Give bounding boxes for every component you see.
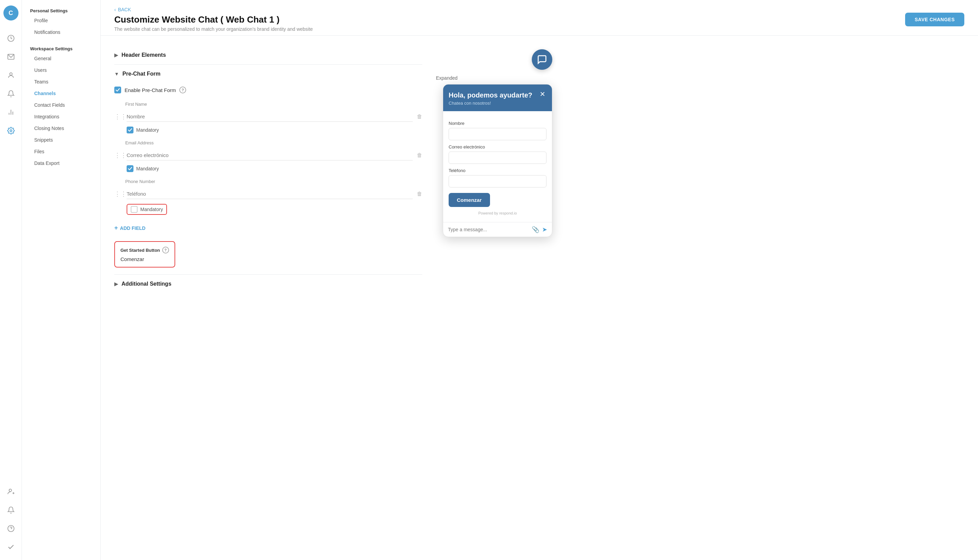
enable-checkbox[interactable]: [114, 87, 121, 93]
drag-handle-email-icon[interactable]: ⋮⋮: [114, 152, 122, 159]
first-name-input-wrap: [127, 112, 413, 122]
nav-icon-dashboard[interactable]: [3, 31, 18, 46]
plus-icon: +: [114, 224, 118, 232]
sidebar-item-profile[interactable]: Profile: [22, 15, 100, 26]
chat-widget: Hola, podemos ayudarte? Chatea con nosot…: [443, 84, 552, 237]
page-title: Customize Website Chat ( Web Chat 1 ): [114, 14, 313, 25]
sidebar-item-notifications[interactable]: Notifications: [22, 26, 100, 38]
pre-chat-form-label: Pre-Chat Form: [122, 71, 160, 77]
sidebar-item-channels[interactable]: Channels: [22, 88, 100, 99]
pre-chat-form-toggle[interactable]: ▼ Pre-Chat Form: [114, 65, 422, 83]
personal-settings-heading: Personal Settings: [22, 5, 100, 15]
nav-icon-check[interactable]: [3, 540, 18, 555]
first-name-mandatory-row: Mandatory: [114, 127, 422, 133]
first-name-field-row: ⋮⋮ 🗑: [114, 109, 422, 125]
save-changes-button[interactable]: SAVE CHANGES: [905, 13, 964, 26]
nav-icon-column: C: [0, 0, 22, 560]
nav-icon-contacts[interactable]: [3, 68, 18, 83]
nav-icon-settings[interactable]: [3, 123, 18, 138]
expanded-label: Expanded: [436, 75, 457, 81]
nav-icon-notifications[interactable]: [3, 86, 18, 101]
enable-help-icon[interactable]: ?: [179, 87, 186, 93]
sidebar-item-teams[interactable]: Teams: [22, 76, 100, 88]
back-label[interactable]: BACK: [118, 7, 131, 12]
add-field-button[interactable]: + ADD FIELD: [114, 222, 422, 234]
sidebar-text-column: Personal Settings Profile Notifications …: [22, 0, 100, 560]
nav-icon-inbox[interactable]: [3, 49, 18, 64]
phone-field-group: Phone Number ⋮⋮ 🗑 Mandatory: [114, 179, 422, 215]
get-started-section: Get Started Button ? Comenzar: [114, 241, 175, 268]
svg-point-7: [9, 489, 11, 492]
header-elements-section: ▶ Header Elements: [114, 46, 422, 65]
nav-icon-help[interactable]: [3, 521, 18, 536]
chat-message-input[interactable]: [448, 227, 529, 232]
nav-icon-analytics[interactable]: [3, 105, 18, 120]
chevron-down-icon: ▼: [114, 71, 119, 77]
chat-bubble-button[interactable]: [532, 49, 552, 70]
avatar: C: [3, 5, 18, 20]
workspace-settings-heading: Workspace Settings: [22, 43, 100, 53]
additional-settings-toggle[interactable]: ▶ Additional Settings: [114, 275, 422, 293]
sidebar-item-general[interactable]: General: [22, 53, 100, 64]
back-link[interactable]: ‹ BACK: [114, 7, 313, 12]
email-delete-icon[interactable]: 🗑: [417, 152, 422, 158]
drag-handle-phone-icon[interactable]: ⋮⋮: [114, 190, 122, 198]
first-name-input[interactable]: [127, 112, 413, 122]
sidebar-item-files[interactable]: Files: [22, 146, 100, 157]
chat-start-button[interactable]: Comenzar: [449, 193, 490, 207]
phone-delete-icon[interactable]: 🗑: [417, 191, 422, 197]
add-field-label[interactable]: ADD FIELD: [120, 225, 146, 231]
additional-settings-section: ▶ Additional Settings: [114, 275, 422, 293]
drag-handle-icon[interactable]: ⋮⋮: [114, 113, 122, 120]
chat-input-row: 📎 ➤: [443, 222, 552, 237]
get-started-label-text: Get Started Button: [120, 248, 160, 253]
phone-input[interactable]: [127, 189, 413, 199]
email-input[interactable]: [127, 150, 413, 160]
pre-chat-form-body: Enable Pre-Chat Form ? First Name ⋮⋮ 🗑: [114, 83, 422, 274]
pre-chat-form-section: ▼ Pre-Chat Form Enable Pre-Chat Form ?: [114, 65, 422, 275]
main-content: ‹ BACK Customize Website Chat ( Web Chat…: [100, 0, 978, 560]
chat-nombre-label: Nombre: [449, 121, 546, 126]
topbar: ‹ BACK Customize Website Chat ( Web Chat…: [100, 0, 978, 36]
get-started-help-icon[interactable]: ?: [162, 247, 169, 253]
sidebar-item-closing-notes[interactable]: Closing Notes: [22, 122, 100, 134]
first-name-mandatory-checkbox[interactable]: [127, 127, 134, 133]
chat-preview-panel: Expanded Hola, podemos ayudarte? Chatea …: [436, 46, 552, 550]
sidebar-item-data-export[interactable]: Data Export: [22, 157, 100, 169]
phone-mandatory-checkbox[interactable]: [131, 206, 138, 213]
phone-mandatory-label: Mandatory: [140, 207, 163, 212]
email-field-group: Email Address ⋮⋮ 🗑 Manda: [114, 140, 422, 172]
send-icon[interactable]: ➤: [542, 226, 547, 233]
chat-correo-input[interactable]: [449, 152, 546, 164]
sidebar-item-integrations[interactable]: Integrations: [22, 111, 100, 122]
chat-header: Hola, podemos ayudarte? Chatea con nosot…: [443, 85, 552, 111]
sidebar-item-snippets[interactable]: Snippets: [22, 134, 100, 146]
phone-field-row: ⋮⋮ 🗑: [114, 186, 422, 202]
chevron-right-additional-icon: ▶: [114, 281, 118, 287]
nav-icon-bell[interactable]: [3, 503, 18, 518]
sidebar-item-users[interactable]: Users: [22, 64, 100, 76]
header-elements-label: Header Elements: [122, 52, 166, 58]
phone-section-label: Phone Number: [114, 179, 422, 184]
chat-header-title: Hola, podemos ayudarte?: [449, 91, 546, 99]
get-started-label-row: Get Started Button ?: [120, 247, 169, 253]
chat-telefono-input[interactable]: [449, 175, 546, 187]
get-started-value[interactable]: Comenzar: [120, 256, 169, 262]
email-mandatory-checkbox[interactable]: [127, 165, 134, 172]
enable-row: Enable Pre-Chat Form ?: [114, 87, 422, 93]
content-area: ▶ Header Elements ▼ Pre-Chat Form Ena: [100, 36, 978, 560]
chevron-right-icon: ▶: [114, 52, 118, 58]
svg-point-2: [10, 73, 12, 75]
chat-nombre-input[interactable]: [449, 128, 546, 140]
first-name-mandatory-label: Mandatory: [136, 127, 159, 133]
header-elements-toggle[interactable]: ▶ Header Elements: [114, 46, 422, 64]
chat-close-button[interactable]: ✕: [537, 89, 547, 99]
first-name-delete-icon[interactable]: 🗑: [417, 113, 422, 120]
email-field-row: ⋮⋮ 🗑: [114, 147, 422, 163]
attach-icon[interactable]: 📎: [532, 226, 539, 233]
form-panel: ▶ Header Elements ▼ Pre-Chat Form Ena: [114, 46, 422, 550]
sidebar-item-contact-fields[interactable]: Contact Fields: [22, 99, 100, 111]
nav-icon-add-user[interactable]: [3, 484, 18, 499]
email-input-wrap: [127, 150, 413, 160]
phone-mandatory-row: Mandatory: [114, 204, 422, 215]
